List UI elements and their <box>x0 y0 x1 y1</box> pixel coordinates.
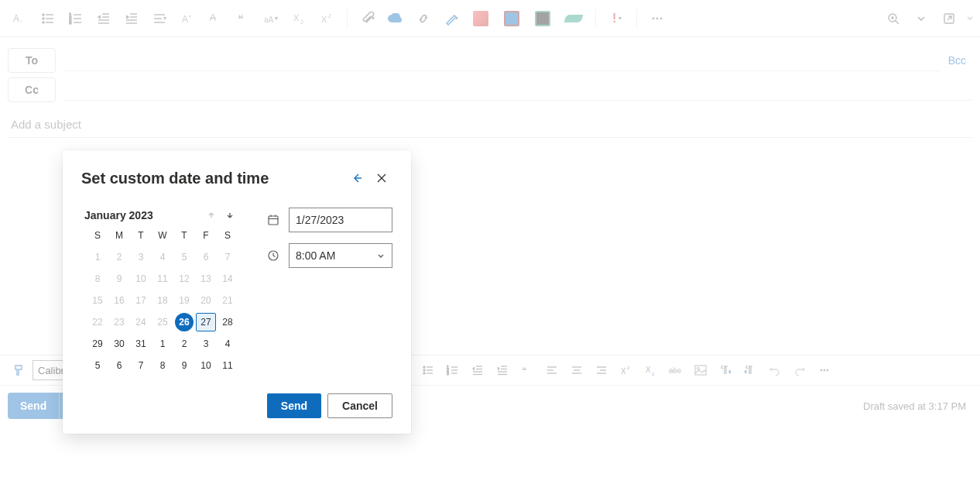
time-select[interactable]: 8:00 AM <box>289 243 392 268</box>
calendar-day: 7 <box>218 248 237 266</box>
calendar-day[interactable]: 2 <box>175 335 194 353</box>
calendar-day[interactable]: 31 <box>132 335 150 353</box>
svg-rect-95 <box>269 216 278 225</box>
calendar-day: 25 <box>153 313 172 331</box>
calendar-day: 20 <box>197 291 215 310</box>
calendar-day: 16 <box>110 291 128 310</box>
calendar-prev-month-icon[interactable] <box>202 206 221 225</box>
calendar-day[interactable]: 28 <box>218 313 237 331</box>
calendar-day: 11 <box>153 270 172 288</box>
calendar-day[interactable]: 5 <box>88 356 107 375</box>
calendar-day: 2 <box>110 248 128 266</box>
calendar-day: 15 <box>88 291 107 310</box>
calendar-day: 17 <box>132 291 150 310</box>
calendar-day: 5 <box>175 248 194 266</box>
back-button[interactable] <box>346 167 368 189</box>
calendar-day: 12 <box>175 270 194 288</box>
calendar-next-month-icon[interactable] <box>221 206 239 225</box>
calendar-day[interactable]: 6 <box>110 356 128 375</box>
calendar-dow: W <box>152 225 173 246</box>
close-button[interactable] <box>371 167 392 189</box>
calendar-dow: T <box>173 225 195 246</box>
calendar-day: 9 <box>110 270 128 288</box>
compose-window: A▫ 123 ▾ A• A ❝ aA▾ X2 X2 ▾ ▾ !▾ <box>0 0 980 491</box>
dialog-cancel-button[interactable]: Cancel <box>327 393 392 418</box>
calendar-day[interactable]: 30 <box>110 335 128 353</box>
calendar-day[interactable]: 3 <box>197 335 215 353</box>
dialog-send-button[interactable]: Send <box>267 393 321 418</box>
calendar-day: 10 <box>132 270 150 288</box>
calendar-day[interactable]: 27 <box>196 313 216 331</box>
calendar-day[interactable]: 11 <box>218 356 237 375</box>
calendar-day[interactable]: 7 <box>132 356 150 375</box>
chevron-down-icon <box>376 251 385 260</box>
calendar-day: 21 <box>218 291 237 310</box>
calendar-day: 22 <box>88 313 107 331</box>
calendar-day: 8 <box>88 270 107 288</box>
set-date-time-dialog: Set custom date and time January 2023 SM… <box>63 150 411 434</box>
calendar-icon <box>266 212 281 228</box>
calendar-day: 6 <box>197 248 215 266</box>
calendar-dow: M <box>108 225 130 246</box>
calendar-day[interactable]: 4 <box>218 335 237 353</box>
calendar: January 2023 SMTWTFS12345678910111213141… <box>81 206 244 376</box>
calendar-day[interactable]: 1 <box>153 335 172 353</box>
clock-icon <box>266 248 281 263</box>
calendar-day[interactable]: 29 <box>88 335 107 353</box>
calendar-day[interactable]: 9 <box>175 356 194 375</box>
calendar-day: 23 <box>110 313 128 331</box>
calendar-day: 1 <box>88 248 107 266</box>
calendar-day: 24 <box>132 313 150 331</box>
calendar-day[interactable]: 8 <box>153 356 172 375</box>
calendar-day: 19 <box>175 291 194 310</box>
date-input[interactable]: 1/27/2023 <box>289 208 392 232</box>
calendar-dow: S <box>87 225 108 246</box>
calendar-day: 3 <box>132 248 150 266</box>
calendar-day[interactable]: 10 <box>197 356 215 375</box>
dialog-title: Set custom date and time <box>81 170 343 187</box>
calendar-dow: T <box>130 225 152 246</box>
calendar-dow: S <box>217 225 238 246</box>
calendar-day: 13 <box>197 270 215 288</box>
calendar-day: 18 <box>153 291 172 310</box>
calendar-day[interactable]: 26 <box>175 313 194 331</box>
calendar-day: 4 <box>153 248 172 266</box>
calendar-dow: F <box>195 225 217 246</box>
calendar-month-label[interactable]: January 2023 <box>84 209 202 221</box>
calendar-day: 14 <box>218 270 237 288</box>
